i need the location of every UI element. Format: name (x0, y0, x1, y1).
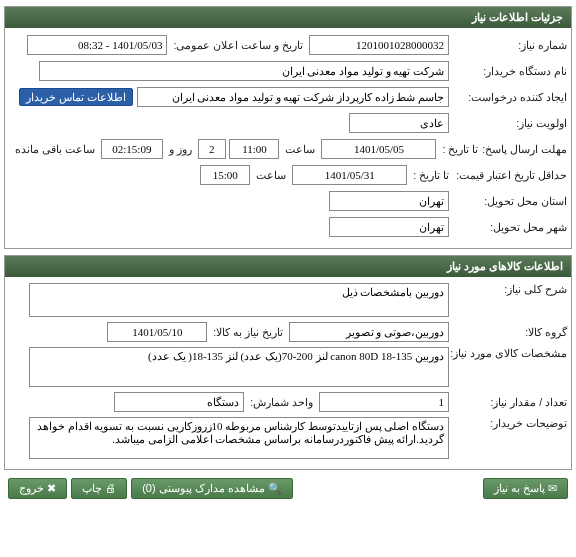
respond-button[interactable]: ✉ پاسخ به نیاز (483, 478, 568, 499)
days-remain-field (198, 139, 226, 159)
need-details-panel: جزئیات اطلاعات نیاز شماره نیاز: تاریخ و … (4, 6, 572, 249)
gen-desc-field[interactable] (29, 283, 449, 317)
notes-label: توضیحات خریدار: (449, 417, 567, 429)
attach-label: مشاهده مدارک پیوستی (0) (142, 482, 265, 494)
time-remain-label: ساعت باقی مانده (9, 143, 101, 155)
unit-label: واحد شمارش: (244, 396, 319, 408)
days-remain-label: روز و (163, 143, 198, 155)
time-remain-field (101, 139, 163, 159)
group-field[interactable] (289, 322, 449, 342)
deliver-city-label: شهر محل تحویل: (449, 221, 567, 233)
priority-field[interactable] (349, 113, 449, 133)
need-date-label: تاریخ نیاز به کالا: (207, 326, 289, 338)
spec-label: مشخصات کالای مورد نیاز: (449, 347, 567, 359)
buyer-label: نام دستگاه خریدار: (449, 65, 567, 77)
to-date-label: تا تاریخ : (436, 143, 478, 155)
goods-info-panel: اطلاعات کالاهای مورد نیاز شرح کلی نیاز: … (4, 255, 572, 470)
print-button[interactable]: 🖨 چاپ (71, 478, 127, 499)
qty-label: تعداد / مقدار نیاز: (449, 396, 567, 408)
exit-icon: ✖ (47, 482, 56, 494)
deadline-date-field[interactable] (321, 139, 436, 159)
deadline-label: مهلت ارسال پاسخ: (478, 143, 567, 155)
deliver-prov-label: استان محل تحویل: (449, 195, 567, 207)
priority-label: اولویت نیاز: (449, 117, 567, 129)
contact-buyer-button[interactable]: اطلاعات تماس خریدار (19, 88, 133, 106)
group-label: گروه کالا: (449, 326, 567, 338)
exit-label: خروج (19, 482, 44, 494)
req-num-field[interactable] (309, 35, 449, 55)
panel1-body: شماره نیاز: تاریخ و ساعت اعلان عمومی: نا… (5, 28, 571, 248)
footer-bar: ✉ پاسخ به نیاز 🔍 مشاهده مدارک پیوستی (0)… (0, 472, 576, 505)
attachments-button[interactable]: 🔍 مشاهده مدارک پیوستی (0) (131, 478, 293, 499)
deliver-city-field[interactable] (329, 217, 449, 237)
exit-button[interactable]: ✖ خروج (8, 478, 67, 499)
panel2-body: شرح کلی نیاز: گروه کالا: تاریخ نیاز به ک… (5, 277, 571, 469)
buyer-field[interactable] (39, 61, 449, 81)
time-label-2: ساعت (250, 169, 292, 181)
panel1-title: جزئیات اطلاعات نیاز (5, 7, 571, 28)
print-icon: 🖨 (105, 482, 116, 494)
gen-desc-label: شرح کلی نیاز: (449, 283, 567, 295)
reply-icon: ✉ (548, 482, 557, 494)
creator-field[interactable] (137, 87, 449, 107)
creator-label: ایجاد کننده درخواست: (449, 91, 567, 103)
announce-label: تاریخ و ساعت اعلان عمومی: (167, 39, 309, 51)
respond-label: پاسخ به نیاز (494, 482, 545, 494)
qty-field[interactable] (319, 392, 449, 412)
to-date-label-2: تا تاریخ : (407, 169, 449, 181)
req-num-label: شماره نیاز: (449, 39, 567, 51)
valid-time-field[interactable] (200, 165, 250, 185)
deliver-prov-field[interactable] (329, 191, 449, 211)
announce-field[interactable] (27, 35, 167, 55)
attach-icon: 🔍 (268, 482, 282, 494)
valid-date-field[interactable] (292, 165, 407, 185)
valid-label: حداقل تاریخ اعتبار قیمت: (449, 169, 567, 182)
unit-field[interactable] (114, 392, 244, 412)
deadline-time-field[interactable] (229, 139, 279, 159)
spec-field[interactable] (29, 347, 449, 387)
print-label: چاپ (82, 482, 102, 494)
notes-field[interactable] (29, 417, 449, 459)
time-label-1: ساعت (279, 143, 321, 155)
need-date-field[interactable] (107, 322, 207, 342)
panel2-title: اطلاعات کالاهای مورد نیاز (5, 256, 571, 277)
